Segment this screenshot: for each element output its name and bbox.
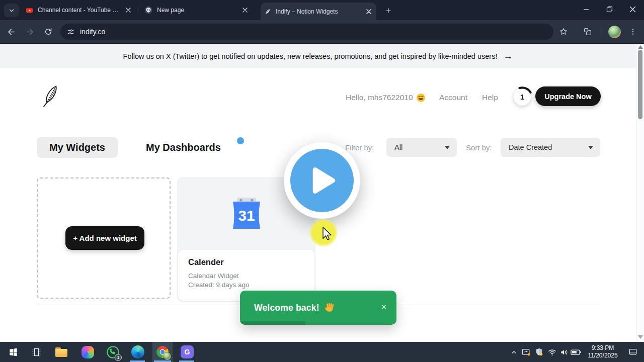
tab-search-button[interactable] — [4, 4, 19, 17]
url-text: indify.co — [80, 28, 105, 36]
action-center-icon — [628, 347, 638, 357]
battery-icon — [570, 346, 582, 358]
shield-icon — [534, 347, 544, 357]
screen: Channel content - YouTube Stu New page I… — [0, 0, 644, 362]
task-view-button[interactable] — [26, 342, 46, 362]
extensions-icon — [583, 27, 592, 36]
page-scrollbar[interactable] — [636, 44, 644, 342]
wifi-icon — [547, 347, 557, 357]
add-widget-card[interactable]: + Add new widget — [37, 177, 171, 299]
copilot-icon — [82, 346, 94, 358]
credits-progress-arc — [512, 86, 533, 107]
google-calendar-icon: 31 — [230, 197, 263, 231]
widget-type: Calendar Widget — [188, 272, 314, 281]
toast-progress-bar — [240, 321, 305, 325]
bookmark-button[interactable] — [555, 24, 572, 40]
folder-icon — [55, 347, 67, 357]
browser-menu-button[interactable] — [625, 24, 641, 40]
tab-youtube-studio[interactable]: Channel content - YouTube Stu — [22, 0, 136, 20]
tab-close-icon[interactable] — [364, 7, 373, 16]
chevron-down-icon — [8, 7, 15, 14]
file-explorer-button[interactable] — [51, 342, 71, 362]
tab-my-dashboards[interactable]: My Dashboards — [146, 137, 221, 158]
account-label: Account — [439, 93, 467, 102]
credits-ring-badge[interactable]: 1 — [512, 86, 533, 107]
tab-new-page[interactable]: New page — [141, 0, 253, 20]
reload-button[interactable] — [40, 24, 56, 40]
tab-title: Indify – Notion Widgets — [276, 8, 360, 15]
new-tab-button[interactable] — [381, 4, 395, 17]
video-play-button[interactable] — [284, 142, 360, 219]
display-sync-icon — [521, 347, 531, 357]
g-app-icon: G — [181, 345, 194, 358]
mouse-cursor — [320, 226, 332, 242]
gameloop-button[interactable]: G — [177, 342, 197, 362]
toast-message: Welcome back! — [254, 303, 319, 313]
nav-account-link[interactable]: Account — [439, 92, 467, 103]
tab-close-icon[interactable] — [240, 6, 250, 15]
tab-close-icon[interactable] — [124, 6, 133, 15]
tab-indify-active[interactable]: Indify – Notion Widgets — [261, 3, 376, 20]
play-icon — [311, 166, 337, 195]
browser-titlebar: Channel content - YouTube Stu New page I… — [0, 0, 644, 20]
forward-arrow-icon — [25, 27, 35, 37]
window-close-button[interactable] — [621, 0, 644, 19]
caret-down-icon — [445, 146, 450, 149]
edge-icon — [131, 345, 144, 358]
address-bar[interactable]: indify.co — [60, 24, 553, 40]
action-center-button[interactable] — [624, 342, 642, 362]
chrome-button-active[interactable] — [152, 342, 173, 362]
grin-emoji — [416, 93, 426, 103]
tab-my-widgets[interactable]: My Widgets — [37, 137, 118, 158]
play-circle — [290, 149, 354, 212]
toast-close-button[interactable]: × — [377, 301, 390, 314]
chrome-profile-badge — [164, 352, 171, 360]
filter-dropdown[interactable]: All — [386, 138, 457, 157]
caret-down-icon — [588, 146, 593, 149]
tab-title: New page — [157, 7, 236, 14]
sort-dropdown[interactable]: Date Created — [501, 138, 600, 157]
site-settings-icon — [66, 28, 75, 36]
window-minimize-button[interactable] — [575, 0, 598, 19]
promo-banner-text: Follow us on X (Twitter) to get notified… — [123, 52, 498, 60]
scrollbar-thumb[interactable] — [638, 50, 642, 119]
help-label: Help — [482, 93, 498, 102]
wave-emoji — [324, 302, 336, 314]
nav-help-link[interactable]: Help — [482, 92, 498, 103]
calendar-day-number: 31 — [238, 207, 255, 224]
tray-battery-button[interactable] — [568, 342, 584, 362]
edge-button[interactable] — [128, 342, 148, 362]
task-view-icon — [31, 347, 42, 357]
whatsapp-badge: 1 — [115, 354, 122, 361]
copilot-button[interactable] — [77, 342, 98, 362]
add-widget-label: + Add new widget — [73, 234, 137, 242]
forward-button[interactable] — [22, 24, 38, 40]
sort-by-label: Sort by: — [466, 143, 492, 152]
star-icon — [559, 27, 568, 36]
widget-created: Created: 9 days ago — [188, 281, 314, 290]
close-icon: × — [381, 302, 386, 312]
scroll-up-arrow[interactable] — [638, 45, 643, 49]
scroll-down-arrow[interactable] — [638, 335, 643, 339]
promo-banner[interactable]: Follow us on X (Twitter) to get notified… — [0, 44, 636, 68]
back-arrow-icon — [7, 27, 16, 37]
sort-value: Date Created — [509, 143, 552, 151]
filter-by-label: Filter by: — [345, 143, 374, 152]
taskbar-clock[interactable]: 9:33 PM 11/20/2025 — [583, 344, 623, 359]
add-widget-button[interactable]: + Add new widget — [65, 226, 144, 250]
taskbar: 1 G — [0, 342, 644, 362]
profile-avatar[interactable] — [608, 26, 621, 38]
extensions-button[interactable] — [580, 24, 596, 40]
kebab-menu-icon — [629, 28, 637, 36]
feather-favicon — [264, 8, 272, 16]
start-button[interactable] — [3, 342, 23, 362]
tab-title: Channel content - YouTube Stu — [38, 7, 120, 14]
clock-date: 11/20/2025 — [583, 352, 623, 359]
window-restore-button[interactable] — [598, 0, 621, 19]
back-button[interactable] — [3, 24, 19, 40]
reload-icon — [44, 27, 53, 36]
indify-logo[interactable] — [40, 83, 60, 110]
whatsapp-button[interactable]: 1 — [103, 342, 123, 362]
upgrade-now-button[interactable]: Upgrade Now — [535, 86, 601, 106]
browser-toolbar: indify.co — [0, 20, 644, 44]
